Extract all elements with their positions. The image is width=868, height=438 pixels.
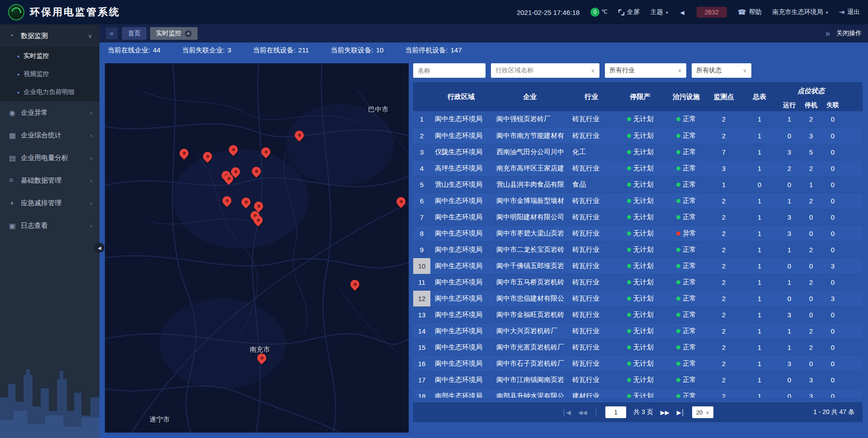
- table-row[interactable]: 13阆中生态环境局阆中市金福旺页岩机砖砖瓦行业无计划正常21300: [413, 306, 863, 323]
- row-index: 1: [413, 111, 430, 127]
- table-row[interactable]: 9阆中生态环境局阆中市二龙长宝页岩砖砖瓦行业无计划正常21120: [413, 241, 863, 258]
- sidebar-group-emergency-reduction[interactable]: ◑应急减排管理‹: [0, 192, 99, 214]
- tab-realtime[interactable]: 实时监控×: [150, 27, 198, 40]
- map-pin[interactable]: [179, 148, 189, 161]
- name-filter-input[interactable]: [413, 63, 486, 78]
- cell-meter: 1: [741, 339, 778, 355]
- map-roads-graphic: [105, 63, 409, 433]
- map-pin[interactable]: [294, 130, 305, 143]
- org-dropdown[interactable]: 南充市生态环境局 ▾: [772, 8, 828, 16]
- mute-button[interactable]: ◄: [679, 9, 686, 16]
- sidebar-item-power-load-detail[interactable]: •企业电力负荷明细: [0, 83, 99, 101]
- map-pin[interactable]: [256, 353, 267, 366]
- table-row[interactable]: 18南部生态环境局南部县升钟水泥有限公建材行业无计划正常21030: [413, 388, 863, 398]
- cell-limit: 无计划: [615, 388, 665, 398]
- map-pin[interactable]: [396, 196, 406, 210]
- tabs-scroll-right-icon[interactable]: »: [826, 29, 830, 38]
- theme-label: 主题: [651, 8, 663, 16]
- map-pin[interactable]: [349, 279, 360, 292]
- fullscreen-button[interactable]: 全屏: [618, 8, 640, 16]
- table-row[interactable]: 17阆中生态环境局阆中市江南镇阆南页岩砖瓦行业无计划正常21030: [413, 372, 863, 388]
- cell-meter: 1: [741, 323, 778, 339]
- map-pin[interactable]: [260, 146, 271, 160]
- theme-dropdown[interactable]: 主题 ▾: [651, 8, 668, 16]
- cell-filler: [844, 160, 863, 176]
- help-button[interactable]: ☎ 帮助: [738, 8, 762, 16]
- cell-facility: 正常: [665, 258, 707, 274]
- tab-close-icon[interactable]: ×: [185, 30, 192, 37]
- sidebar-group-power-analysis[interactable]: ▤企业用电量分析‹: [0, 146, 99, 169]
- table-row[interactable]: 15阆中生态环境局阆中市光富页岩机砖厂砖瓦行业无计划正常21120: [413, 339, 863, 355]
- status-dot-icon: [627, 345, 631, 349]
- chevron-down-icon: ▾: [826, 10, 828, 15]
- sidebar-group-base-data[interactable]: ≡基础数据管理‹: [0, 169, 99, 192]
- cell-region: 阆中生态环境局: [430, 258, 492, 274]
- cell-facility: 正常: [665, 127, 707, 144]
- sidebar-group-enterprise-statistics[interactable]: ▦企业综合统计‹: [0, 124, 99, 146]
- cell-monitor: 2: [707, 339, 741, 355]
- cell-stopped: 2: [800, 274, 822, 290]
- map-pin[interactable]: [251, 166, 262, 179]
- table-row[interactable]: 3仪陇生态环境局西南油气田分公司川中化工无计划正常71350: [413, 144, 863, 160]
- tabs-scroll-left-button[interactable]: «: [106, 28, 118, 39]
- tab-home[interactable]: 首页: [122, 27, 146, 40]
- table-row[interactable]: 7阆中生态环境局阆中明阳建材有限公司砖瓦行业无计划正常21300: [413, 209, 863, 225]
- col-running: 运行: [778, 99, 800, 111]
- cell-company: 阆中千佛镇五郎垭页岩: [492, 258, 568, 274]
- org-label: 南充市生态环境局: [772, 8, 823, 16]
- cell-industry: 砖瓦行业: [568, 193, 615, 209]
- cell-filler: [844, 355, 863, 372]
- page-number-input[interactable]: [605, 406, 626, 418]
- map-pin[interactable]: [228, 144, 239, 158]
- table-row[interactable]: 11阆中生态环境局阆中市五马桥页岩机砖砖瓦行业无计划正常21120: [413, 274, 863, 290]
- table-row[interactable]: 5营山生态环境局营山县润丰肉食品有限食品无计划正常10010: [413, 176, 863, 193]
- page-size-select[interactable]: 20 ∨: [692, 406, 713, 418]
- status-filter-select[interactable]: 所有状态 ∨: [692, 63, 751, 78]
- last-page-button[interactable]: ▶│: [677, 409, 685, 416]
- map-pin[interactable]: [253, 215, 264, 228]
- table-row[interactable]: 12阆中生态环境局阆中市忠信建材有限公砖瓦行业无计划正常21003: [413, 290, 863, 306]
- cell-facility: 正常: [665, 241, 707, 258]
- sidebar-group-data-monitor[interactable]: ◔数据监测∨: [0, 24, 99, 47]
- table-row[interactable]: 10阆中生态环境局阆中千佛镇五郎垭页岩砖瓦行业无计划正常21003: [413, 258, 863, 274]
- cell-filler: [844, 209, 863, 225]
- sidebar-item-realtime-monitor[interactable]: •实时监控: [0, 47, 99, 65]
- sidebar-group-log-view[interactable]: ▣日志查看‹: [0, 214, 99, 237]
- col-industry: 行业: [568, 82, 615, 111]
- base-data-icon: ≡: [9, 176, 21, 184]
- table-row[interactable]: 8阆中生态环境局阆中市枣碧大梁山页岩砖瓦行业无计划异常21300: [413, 225, 863, 241]
- table-row[interactable]: 1阆中生态环境局阆中强锐页岩砖厂砖瓦行业无计划正常21120: [413, 111, 863, 127]
- table-row[interactable]: 16阆中生态环境局阆中市石子页岩机砖厂砖瓦行业无计划正常21300: [413, 355, 863, 372]
- table-row[interactable]: 4高坪生态环境局南充市高坪区王家店建砖瓦行业无计划正常31220: [413, 160, 863, 176]
- alarm-count-badge[interactable]: 2632: [697, 7, 727, 18]
- map-city-label: 遂宁市: [149, 415, 170, 424]
- map-pin[interactable]: [222, 195, 232, 209]
- cell-limit: 无计划: [615, 111, 665, 127]
- close-operations-button[interactable]: 关闭操作: [836, 29, 862, 38]
- sidebar-item-video-monitor[interactable]: •视频监控: [0, 65, 99, 83]
- table-row[interactable]: 2阆中生态环境局阆中市南方节能建材有砖瓦行业无计划正常21030: [413, 127, 863, 144]
- first-page-button[interactable]: │◀: [562, 409, 571, 416]
- cell-running: 0: [778, 258, 800, 274]
- prev-page-button[interactable]: ◀◀: [578, 409, 587, 416]
- cell-running: 1: [778, 193, 800, 209]
- map-pin[interactable]: [241, 197, 251, 210]
- logout-button[interactable]: ⇥ 退出: [839, 8, 860, 16]
- cell-monitor: 2: [707, 127, 741, 144]
- cell-lost: 0: [822, 323, 844, 339]
- next-page-button[interactable]: ▶▶: [660, 409, 670, 416]
- industry-filter-select[interactable]: 所有行业 ∨: [605, 63, 686, 78]
- collapse-map-button[interactable]: ◀: [94, 243, 104, 253]
- cell-monitor: 2: [707, 372, 741, 388]
- pin-icon: [255, 352, 268, 364]
- map-pin[interactable]: [202, 151, 213, 165]
- region-filter-select[interactable]: 行政区域名称 ∨: [491, 63, 599, 78]
- map-panel[interactable]: 巴中市南充市遂宁市: [105, 63, 409, 433]
- table-row[interactable]: 14阆中生态环境局阆中大兴页岩机砖厂砖瓦行业无计划正常21120: [413, 323, 863, 339]
- cell-company: 阆中市五马桥页岩机砖: [492, 274, 568, 290]
- cell-filler: [844, 290, 863, 306]
- sidebar-group-enterprise-abnormal[interactable]: ◉企业异常‹: [0, 101, 99, 124]
- col-region: 行政区域: [430, 82, 492, 111]
- table-row[interactable]: 6阆中生态环境局阆中市金博瑞新型墙材砖瓦行业无计划正常21120: [413, 193, 863, 209]
- map-pin[interactable]: [230, 166, 241, 180]
